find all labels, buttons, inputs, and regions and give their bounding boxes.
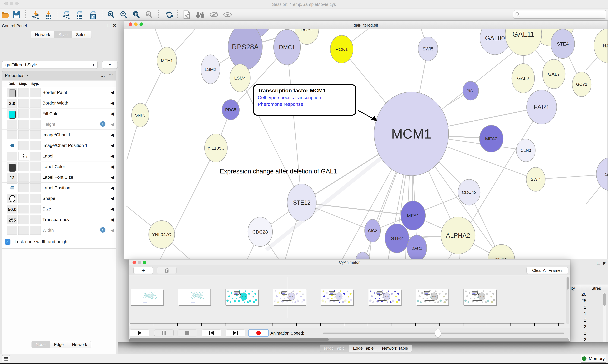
close-panel-icon[interactable]: ✖ bbox=[603, 261, 606, 266]
keyframe-thumbnail-0[interactable] bbox=[130, 289, 163, 305]
tab-node[interactable]: Node bbox=[31, 341, 50, 348]
float-panel-icon[interactable]: ❑ bbox=[597, 261, 600, 266]
expand-all-icon[interactable]: ⌄⌄ bbox=[100, 73, 105, 78]
keyframe-thumbnail-6[interactable]: MCM1 bbox=[416, 289, 449, 305]
table-cell[interactable]: 2 bbox=[570, 331, 586, 336]
timeline-area[interactable]: 0123456789Seconds MCM1MCM1MCM1MCM1MCM1MC… bbox=[129, 275, 570, 326]
clone-network-icon[interactable] bbox=[182, 10, 191, 19]
property-row-border-width[interactable]: 2.0Border Width◀ bbox=[2, 98, 116, 108]
keyframe-thumbnail-2[interactable]: MCM1 bbox=[225, 289, 258, 305]
expand-row-icon[interactable]: ◀ bbox=[111, 122, 114, 127]
network-node-smallb[interactable] bbox=[356, 252, 370, 260]
property-row-label-position[interactable]: Label Position◀ bbox=[2, 183, 116, 193]
property-row-height[interactable]: Heighti◀ bbox=[2, 119, 116, 130]
expand-row-icon[interactable]: ◀ bbox=[111, 111, 114, 116]
property-row-transparency[interactable]: 255Transparency◀ bbox=[2, 214, 116, 225]
network-edge[interactable] bbox=[287, 47, 302, 203]
hide-details-icon[interactable] bbox=[209, 10, 219, 19]
timeline-hscrollbar[interactable] bbox=[129, 338, 569, 341]
record-button[interactable] bbox=[249, 329, 268, 336]
info-icon[interactable]: i bbox=[100, 227, 105, 233]
table-cell[interactable]: 2 bbox=[570, 337, 586, 342]
property-row-fill-color[interactable]: Fill Color◀ bbox=[2, 108, 116, 119]
color-swatch[interactable] bbox=[9, 111, 16, 118]
export-table-icon[interactable] bbox=[75, 10, 84, 19]
skip-to-end-button[interactable] bbox=[226, 329, 245, 336]
keyframe-thumbnail-3[interactable]: MCM1 bbox=[273, 289, 306, 305]
expand-row-icon[interactable]: ◀ bbox=[111, 143, 114, 148]
column-divider[interactable] bbox=[580, 285, 580, 291]
lock-size-row[interactable]: ✓ Lock node width and height bbox=[2, 235, 116, 248]
expand-row-icon[interactable]: ◀ bbox=[111, 196, 114, 201]
property-row-label-color[interactable]: Label Color◀ bbox=[2, 161, 116, 172]
table-scrollbar[interactable] bbox=[603, 293, 606, 350]
expand-row-icon[interactable]: ◀ bbox=[111, 175, 114, 180]
save-session-icon[interactable] bbox=[12, 10, 21, 19]
default-value[interactable]: 255 bbox=[7, 218, 17, 223]
expand-row-icon[interactable]: ◀ bbox=[111, 207, 114, 212]
collapse-all-icon[interactable]: ⌃⌃ bbox=[108, 73, 113, 78]
property-row-width[interactable]: Widthi◀ bbox=[2, 225, 116, 236]
column-header-stress[interactable]: Stres bbox=[591, 286, 601, 291]
property-row-image-chart-1[interactable]: Image/Chart 1◀ bbox=[2, 130, 116, 140]
expand-row-icon[interactable]: ◀ bbox=[111, 101, 114, 106]
tab-network-table[interactable]: Network Table bbox=[378, 345, 412, 352]
info-icon[interactable]: i bbox=[100, 121, 105, 127]
table-cell[interactable]: 1 bbox=[570, 311, 586, 316]
default-value[interactable]: 2.0 bbox=[7, 101, 17, 106]
tab-select[interactable]: Select bbox=[72, 31, 92, 38]
table-cell[interactable]: 25 bbox=[570, 298, 586, 303]
import-network-icon[interactable] bbox=[31, 10, 40, 19]
expand-row-icon[interactable]: ◀ bbox=[111, 185, 114, 190]
annotation-link-2[interactable]: Pheromone response bbox=[258, 102, 351, 107]
table-cell[interactable]: 2 bbox=[570, 324, 586, 329]
export-image-icon[interactable] bbox=[89, 10, 98, 19]
checkbox-checked-icon[interactable]: ✓ bbox=[5, 239, 11, 245]
expand-row-icon[interactable]: ◀ bbox=[111, 164, 114, 169]
close-panel-icon[interactable]: ✖ bbox=[113, 23, 116, 28]
default-value[interactable]: 12 bbox=[7, 175, 17, 180]
cyanimator-titlebar[interactable]: CyAnimator bbox=[129, 260, 570, 265]
style-options-button[interactable]: ▾ bbox=[102, 61, 118, 69]
stop-button[interactable] bbox=[178, 329, 197, 336]
keyframe-thumbnail-5[interactable]: MCM1 bbox=[368, 289, 401, 305]
keyframe-thumbnail-1[interactable] bbox=[178, 289, 211, 305]
annotation-link-1[interactable]: Cell-type-specific transcription bbox=[258, 95, 351, 100]
style-selector[interactable]: galFiltered Style ▾ bbox=[2, 61, 98, 69]
delete-frame-button[interactable] bbox=[157, 267, 177, 274]
expand-row-icon[interactable]: ◀ bbox=[111, 132, 114, 137]
slider-knob[interactable] bbox=[435, 329, 441, 337]
color-swatch[interactable] bbox=[9, 90, 16, 97]
zoom-selected-icon[interactable] bbox=[144, 10, 153, 19]
table-cell[interactable]: 2 bbox=[570, 305, 586, 310]
expand-row-icon[interactable]: ◀ bbox=[111, 228, 114, 233]
tab-edge-table[interactable]: Edge Table bbox=[349, 345, 378, 352]
tab-node-table[interactable]: Node Table bbox=[320, 345, 349, 352]
open-session-icon[interactable] bbox=[1, 10, 10, 19]
default-value[interactable]: 50.0 bbox=[7, 207, 17, 212]
zoom-fit-icon[interactable] bbox=[132, 10, 141, 19]
table-cell[interactable]: 2 bbox=[570, 318, 586, 323]
keyframe-thumbnail-4[interactable]: MCM1 bbox=[321, 289, 353, 305]
show-details-icon[interactable] bbox=[223, 10, 232, 19]
animation-speed-slider[interactable] bbox=[323, 333, 564, 334]
apply-layout-icon[interactable] bbox=[165, 10, 174, 19]
expand-row-icon[interactable]: ◀ bbox=[111, 217, 114, 222]
column-header-centrality[interactable]: ity bbox=[571, 286, 575, 291]
keyframe-thumbnail-7[interactable]: MCM1 bbox=[463, 289, 496, 305]
tab-network[interactable]: Network bbox=[68, 341, 91, 348]
float-panel-icon[interactable]: ❑ bbox=[107, 23, 111, 28]
network-window-titlebar[interactable]: galFiltered.sif bbox=[124, 21, 608, 29]
annotation-box[interactable]: Transcription factor MCM1 Cell-type-spec… bbox=[253, 84, 356, 116]
property-row-size[interactable]: 50.0Size◀ bbox=[2, 204, 116, 214]
table-cell[interactable]: 26 bbox=[570, 292, 586, 297]
find-icon[interactable] bbox=[196, 10, 205, 19]
color-swatch[interactable] bbox=[9, 164, 16, 171]
timeline-vscrollbar[interactable] bbox=[566, 277, 569, 324]
property-row-border-paint[interactable]: Border Paint◀ bbox=[2, 87, 116, 98]
show-panels-button[interactable] bbox=[2, 355, 10, 363]
property-row-image-chart-position-1[interactable]: Image/Chart Position 1◀ bbox=[2, 140, 116, 151]
tab-edge[interactable]: Edge bbox=[50, 341, 68, 348]
property-row-label[interactable]: ⋮›Label◀ bbox=[2, 151, 116, 161]
properties-header[interactable]: Properties ▾ ⌄⌄ ⌃⌃ bbox=[2, 71, 116, 80]
